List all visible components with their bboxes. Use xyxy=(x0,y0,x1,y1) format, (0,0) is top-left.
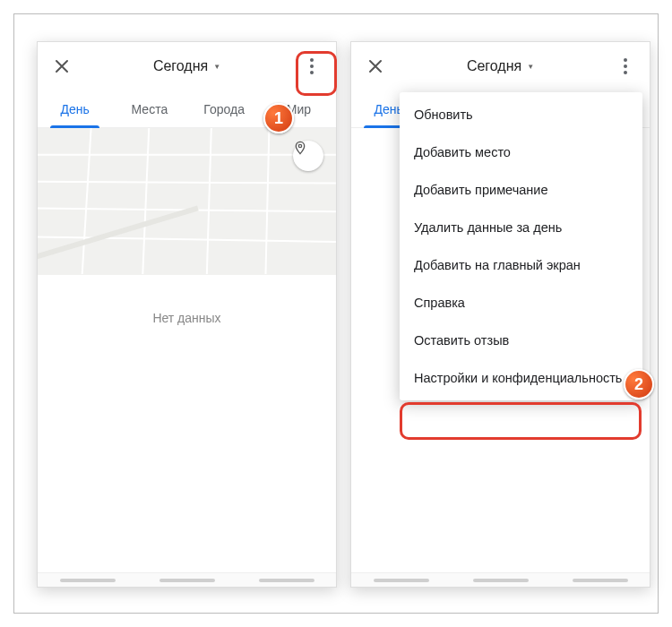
map-preview[interactable] xyxy=(38,128,336,275)
location-pin-button[interactable] xyxy=(293,141,323,171)
menu-item-refresh[interactable]: Обновить xyxy=(400,96,642,133)
overflow-menu-button[interactable] xyxy=(610,51,641,82)
close-button[interactable] xyxy=(47,51,77,82)
nav-indicator[interactable] xyxy=(259,579,314,582)
nav-indicator[interactable] xyxy=(374,579,429,582)
nav-indicator[interactable] xyxy=(473,579,529,582)
tab-day[interactable]: День xyxy=(38,90,112,127)
menu-item-add-homescreen[interactable]: Добавить на главный экран xyxy=(400,246,642,284)
nav-indicator[interactable] xyxy=(573,579,628,582)
phone-screen-right: Сегодня ▼ День Обновить Добавить место Д… xyxy=(350,41,650,588)
header: Сегодня ▼ xyxy=(38,42,336,90)
tab-world[interactable]: Мир xyxy=(262,90,336,127)
nav-indicator[interactable] xyxy=(60,579,116,582)
menu-item-settings-privacy[interactable]: Настройки и конфиденциальность xyxy=(400,359,642,397)
chevron-down-icon: ▼ xyxy=(213,63,220,71)
system-nav-bar xyxy=(38,572,336,587)
menu-item-add-place[interactable]: Добавить место xyxy=(400,133,642,171)
chevron-down-icon: ▼ xyxy=(527,63,534,71)
tab-places[interactable]: Места xyxy=(112,90,186,127)
menu-item-delete-day[interactable]: Удалить данные за день xyxy=(400,209,642,246)
header: Сегодня ▼ xyxy=(351,42,650,90)
menu-item-help[interactable]: Справка xyxy=(400,284,642,322)
svg-rect-0 xyxy=(38,128,336,274)
close-button[interactable] xyxy=(360,51,391,82)
no-data-label: Нет данных xyxy=(38,275,336,361)
svg-point-10 xyxy=(298,144,301,147)
overflow-menu-button[interactable] xyxy=(297,51,327,82)
tab-cities[interactable]: Города xyxy=(187,90,262,127)
menu-item-add-note[interactable]: Добавить примечание xyxy=(400,171,642,209)
menu-item-feedback[interactable]: Оставить отзыв xyxy=(400,322,642,359)
header-title: Сегодня xyxy=(467,58,521,74)
tab-bar: День Места Города Мир xyxy=(38,90,336,128)
date-dropdown[interactable]: Сегодня ▼ xyxy=(391,58,610,74)
system-nav-bar xyxy=(351,572,650,587)
nav-indicator[interactable] xyxy=(159,579,215,582)
header-title: Сегодня xyxy=(153,58,208,74)
phone-screen-left: Сегодня ▼ День Места Города Мир xyxy=(37,41,337,588)
date-dropdown[interactable]: Сегодня ▼ xyxy=(77,58,297,74)
overflow-menu: Обновить Добавить место Добавить примеча… xyxy=(400,92,642,400)
